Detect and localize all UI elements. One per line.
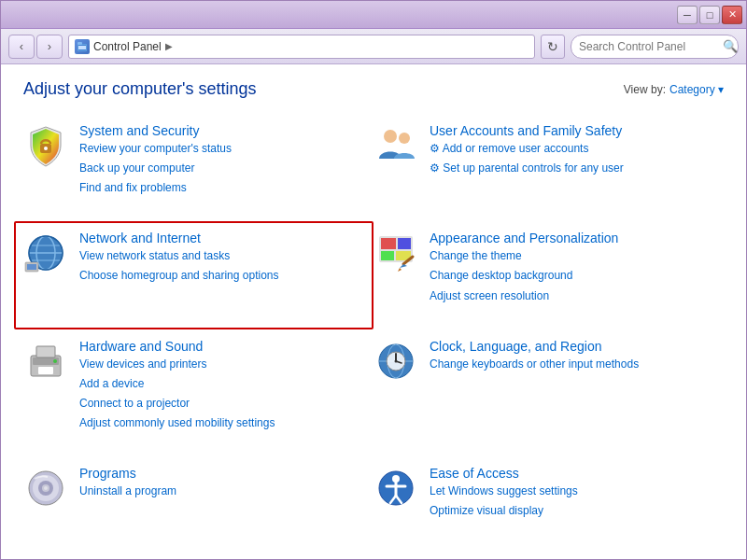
svg-rect-15 bbox=[27, 264, 36, 270]
hardware-text: Hardware and Sound View devices and prin… bbox=[79, 339, 275, 433]
minimize-button[interactable]: ─ bbox=[677, 6, 698, 24]
category-network: Network and Internet View network status… bbox=[14, 221, 374, 329]
ease-link-0[interactable]: Let Windows suggest settings bbox=[430, 483, 578, 500]
network-icon bbox=[23, 231, 68, 275]
content-header: Adjust your computer's settings View by:… bbox=[1, 64, 746, 106]
hardware-link-2[interactable]: Connect to a projector bbox=[79, 395, 275, 413]
svg-point-28 bbox=[53, 359, 57, 363]
title-bar: ─ □ ✕ bbox=[1, 1, 746, 29]
category-clock: Clock, Language, and Region Change keybo… bbox=[374, 329, 724, 456]
appearance-link-2[interactable]: Adjust screen resolution bbox=[430, 287, 618, 305]
network-text: Network and Internet View network status… bbox=[79, 231, 278, 285]
refresh-button[interactable]: ↻ bbox=[541, 35, 565, 59]
user-accounts-link-1[interactable]: ⚙ Set up parental controls for any user bbox=[430, 160, 624, 177]
system-link-1[interactable]: Back up your computer bbox=[79, 160, 232, 177]
svg-point-40 bbox=[44, 486, 48, 490]
system-text: System and Security Review your computer… bbox=[79, 123, 232, 198]
network-link-0[interactable]: View network status and tasks bbox=[79, 247, 278, 265]
address-path[interactable]: Control Panel ▶ bbox=[68, 35, 535, 59]
forward-button[interactable]: › bbox=[36, 35, 63, 59]
category-ease: Ease of Access Let Windows suggest setti… bbox=[374, 456, 724, 544]
user-accounts-text: User Accounts and Family Safety ⚙ Add or… bbox=[430, 123, 624, 177]
maximize-button[interactable]: □ bbox=[699, 6, 720, 24]
svg-marker-23 bbox=[398, 268, 402, 272]
appearance-link-1[interactable]: Change desktop background bbox=[430, 267, 618, 285]
page-title: Adjust your computer's settings bbox=[23, 79, 257, 99]
category-user-accounts: User Accounts and Family Safety ⚙ Add or… bbox=[374, 114, 724, 221]
svg-rect-26 bbox=[36, 346, 55, 357]
nav-buttons: ‹ › bbox=[8, 35, 63, 59]
ease-icon bbox=[374, 466, 418, 511]
system-link-0[interactable]: Review your computer's status bbox=[79, 140, 232, 158]
categories-grid: System and Security Review your computer… bbox=[1, 106, 746, 559]
programs-title[interactable]: Programs bbox=[79, 466, 176, 481]
system-link-2[interactable]: Find and fix problems bbox=[79, 179, 232, 197]
hardware-link-0[interactable]: View devices and printers bbox=[79, 356, 275, 373]
clock-icon bbox=[374, 339, 418, 384]
svg-rect-3 bbox=[78, 46, 86, 49]
svg-point-7 bbox=[399, 133, 410, 144]
category-programs: Programs Uninstall a program bbox=[23, 456, 374, 544]
category-hardware: Hardware and Sound View devices and prin… bbox=[23, 329, 374, 456]
address-bar: ‹ › Control Panel ▶ ↻ 🔍 bbox=[1, 29, 746, 64]
system-title[interactable]: System and Security bbox=[79, 123, 232, 138]
svg-point-5 bbox=[44, 147, 48, 150]
appearance-text: Appearance and Personalization Change th… bbox=[430, 231, 618, 305]
hardware-link-3[interactable]: Adjust commonly used mobility settings bbox=[79, 414, 275, 432]
window: ─ □ ✕ ‹ › Control Panel ▶ ↻ 🔍 bbox=[0, 0, 747, 560]
ease-link-1[interactable]: Optimize visual display bbox=[430, 502, 578, 520]
programs-text: Programs Uninstall a program bbox=[79, 466, 176, 500]
svg-rect-27 bbox=[38, 367, 53, 374]
ease-text: Ease of Access Let Windows suggest setti… bbox=[430, 466, 578, 520]
user-accounts-icon bbox=[374, 123, 418, 168]
system-icon bbox=[23, 123, 68, 168]
svg-rect-17 bbox=[381, 238, 396, 249]
svg-rect-19 bbox=[381, 251, 394, 260]
view-by-dropdown[interactable]: Category ▾ bbox=[669, 83, 724, 96]
search-input[interactable] bbox=[579, 40, 719, 53]
appearance-title[interactable]: Appearance and Personalization bbox=[430, 231, 618, 245]
category-appearance: Appearance and Personalization Change th… bbox=[374, 221, 724, 329]
hardware-link-1[interactable]: Add a device bbox=[79, 375, 275, 393]
programs-link-0[interactable]: Uninstall a program bbox=[79, 483, 176, 500]
back-button[interactable]: ‹ bbox=[8, 35, 35, 59]
hardware-icon bbox=[23, 339, 68, 384]
title-bar-buttons: ─ □ ✕ bbox=[677, 6, 742, 24]
appearance-link-0[interactable]: Change the theme bbox=[430, 247, 618, 265]
clock-link-0[interactable]: Change keyboards or other input methods bbox=[430, 356, 639, 373]
programs-icon bbox=[23, 466, 68, 511]
search-box[interactable]: 🔍 bbox=[571, 35, 739, 59]
svg-point-35 bbox=[395, 359, 398, 362]
close-button[interactable]: ✕ bbox=[722, 6, 742, 24]
svg-rect-1 bbox=[78, 42, 82, 45]
user-accounts-title[interactable]: User Accounts and Family Safety bbox=[430, 123, 624, 138]
category-system: System and Security Review your computer… bbox=[23, 114, 374, 221]
search-icon: 🔍 bbox=[723, 39, 738, 53]
network-title[interactable]: Network and Internet bbox=[79, 231, 278, 245]
hardware-title[interactable]: Hardware and Sound bbox=[79, 339, 275, 354]
view-by: View by: Category ▾ bbox=[624, 83, 724, 96]
network-link-1[interactable]: Choose homegroup and sharing options bbox=[79, 267, 278, 285]
path-icon bbox=[75, 39, 90, 54]
ease-title[interactable]: Ease of Access bbox=[430, 466, 578, 481]
svg-rect-18 bbox=[398, 238, 411, 249]
content-area: Adjust your computer's settings View by:… bbox=[1, 64, 746, 559]
svg-marker-22 bbox=[400, 264, 407, 268]
path-arrow: ▶ bbox=[165, 41, 173, 51]
user-accounts-link-0[interactable]: ⚙ Add or remove user accounts bbox=[430, 140, 624, 158]
svg-point-6 bbox=[384, 130, 397, 143]
clock-title[interactable]: Clock, Language, and Region bbox=[430, 339, 639, 354]
appearance-icon bbox=[374, 231, 418, 275]
view-by-label: View by: bbox=[624, 83, 666, 96]
clock-text: Clock, Language, and Region Change keybo… bbox=[430, 339, 639, 373]
path-label: Control Panel bbox=[93, 40, 162, 53]
